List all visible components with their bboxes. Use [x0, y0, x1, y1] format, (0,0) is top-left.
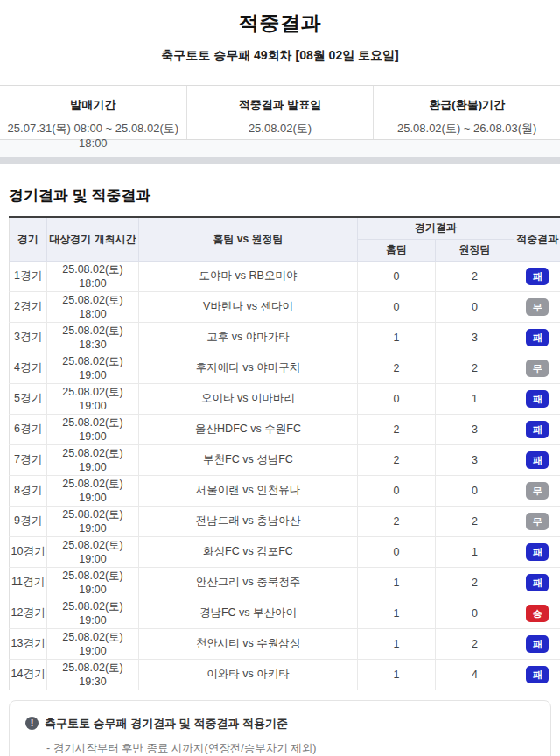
- hit-result-cell: 패: [514, 628, 560, 659]
- table-row: 8경기 25.08.02(토) 19:00 서울이랜 vs 인천유나 0 0 무: [10, 475, 560, 506]
- hit-result-badge: 무: [526, 360, 549, 377]
- hit-result-cell: 무: [514, 475, 560, 506]
- home-score: 0: [358, 475, 436, 506]
- away-score: 3: [436, 322, 514, 353]
- period-info-bar: 발매기간 25.07.31(목) 08:00 ~ 25.08.02(토) 18:…: [0, 85, 560, 140]
- home-score: 2: [358, 506, 436, 536]
- hit-result-badge: 패: [526, 635, 549, 653]
- table-header: 경기 대상경기 개최시간 홈팀 vs 원정팀 경기결과 적중결과 홈팀 원정팀: [10, 217, 560, 261]
- hit-result-cell: 패: [514, 261, 560, 291]
- table-row: 1경기 25.08.02(토) 18:00 도야마 vs RB오미야 0 2 패: [10, 261, 560, 291]
- hit-result-cell: 무: [514, 353, 560, 383]
- home-score: 1: [358, 322, 436, 353]
- match-number: 5경기: [10, 383, 47, 414]
- away-score: 1: [436, 536, 514, 567]
- match-teams: 화성FC vs 김포FC: [139, 536, 358, 567]
- hit-result-cell: 패: [514, 567, 560, 598]
- home-score: 2: [358, 414, 436, 444]
- hit-result-badge: 패: [526, 268, 549, 285]
- result-announce-date: 적중결과 발표일 25.08.02(토): [186, 86, 374, 139]
- match-number: 14경기: [10, 659, 47, 690]
- footer-note-box: ! 축구토토 승무패 경기결과 및 적중결과 적용기준 - 경기시작부터 후반 …: [9, 700, 551, 756]
- hit-result-cell: 패: [514, 536, 560, 567]
- match-teams: 울산HDFC vs 수원FC: [139, 414, 358, 444]
- match-time: 25.08.02(토) 19:30: [47, 659, 139, 690]
- col-header-time: 대상경기 개최시간: [47, 217, 139, 261]
- home-score: 2: [358, 353, 436, 383]
- away-score: 2: [436, 261, 514, 291]
- table-row: 7경기 25.08.02(토) 19:00 부천FC vs 성남FC 2 3 패: [10, 444, 560, 475]
- home-score: 1: [358, 659, 436, 690]
- match-number: 9경기: [10, 506, 47, 536]
- match-number: 2경기: [10, 291, 47, 322]
- sale-period: 발매기간 25.07.31(목) 08:00 ~ 25.08.02(토) 18:…: [0, 86, 186, 139]
- sale-period-label: 발매기간: [0, 97, 186, 113]
- match-teams: 후지에다 vs 야마구치: [139, 353, 358, 383]
- hit-result-cell: 패: [514, 659, 560, 690]
- col-header-result-group: 경기결과: [358, 217, 514, 239]
- hit-result-cell: 패: [514, 444, 560, 475]
- hit-result-badge: 패: [526, 666, 549, 683]
- home-score: 2: [358, 444, 436, 475]
- match-teams: 안산그리 vs 충북청주: [139, 567, 358, 598]
- match-time: 25.08.02(토) 19:00: [47, 383, 139, 414]
- refund-period-value: 25.08.02(토) ~ 26.08.03(월): [374, 121, 560, 136]
- hit-result-cell: 패: [514, 322, 560, 353]
- refund-period-label: 환급(환불)기간: [374, 97, 560, 113]
- hit-result-badge: 무: [526, 298, 549, 316]
- home-score: 0: [358, 291, 436, 322]
- hit-result-badge: 패: [526, 452, 549, 469]
- col-header-teams: 홈팀 vs 원정팀: [139, 217, 358, 261]
- table-row: 2경기 25.08.02(토) 18:00 V바렌나 vs 센다이 0 0 무: [10, 291, 560, 322]
- page-title: 적중결과: [0, 10, 560, 37]
- match-time: 25.08.02(토) 19:00: [47, 475, 139, 506]
- match-number: 7경기: [10, 444, 47, 475]
- footer-title-row: ! 축구토토 승무패 경기결과 및 적중결과 적용기준: [25, 716, 535, 732]
- match-time: 25.08.02(토) 19:00: [47, 444, 139, 475]
- sale-period-value: 25.07.31(목) 08:00 ~ 25.08.02(토) 18:00: [0, 121, 186, 150]
- hit-result-badge: 패: [526, 421, 549, 438]
- round-subtitle: 축구토토 승무패 49회차 [08월 02일 토요일]: [0, 48, 560, 64]
- table-body: 1경기 25.08.02(토) 18:00 도야마 vs RB오미야 0 2 패…: [10, 261, 560, 690]
- match-time: 25.08.02(토) 19:00: [47, 414, 139, 444]
- refund-period: 환급(환불)기간 25.08.02(토) ~ 26.08.03(월): [373, 86, 560, 139]
- away-score: 0: [436, 475, 514, 506]
- col-header-home: 홈팀: [358, 239, 436, 261]
- match-teams: 부천FC vs 성남FC: [139, 444, 358, 475]
- match-teams: V바렌나 vs 센다이: [139, 291, 358, 322]
- match-time: 25.08.02(토) 18:00: [47, 261, 139, 291]
- table-row: 11경기 25.08.02(토) 19:00 안산그리 vs 충북청주 1 2 …: [10, 567, 560, 598]
- match-number: 4경기: [10, 353, 47, 383]
- match-teams: 천안시티 vs 수원삼성: [139, 628, 358, 659]
- result-announce-value: 25.08.02(토): [187, 121, 374, 136]
- table-row: 12경기 25.08.02(토) 19:00 경남FC vs 부산아이 1 0 …: [10, 598, 560, 628]
- table-row: 10경기 25.08.02(토) 19:00 화성FC vs 김포FC 0 1 …: [10, 536, 560, 567]
- away-score: 2: [436, 353, 514, 383]
- match-number: 12경기: [10, 598, 47, 628]
- hit-result-badge: 패: [526, 329, 549, 346]
- col-header-hit: 적중결과: [514, 217, 560, 261]
- table-row: 14경기 25.08.02(토) 19:30 이와타 vs 아키타 1 4 패: [10, 659, 560, 690]
- match-time: 25.08.02(토) 19:00: [47, 506, 139, 536]
- match-time: 25.08.02(토) 18:00: [47, 291, 139, 322]
- hit-result-badge: 패: [526, 543, 549, 561]
- match-number: 1경기: [10, 261, 47, 291]
- home-score: 0: [358, 383, 436, 414]
- away-score: 0: [436, 598, 514, 628]
- match-number: 6경기: [10, 414, 47, 444]
- match-time: 25.08.02(토) 19:00: [47, 353, 139, 383]
- away-score: 2: [436, 628, 514, 659]
- table-row: 13경기 25.08.02(토) 19:00 천안시티 vs 수원삼성 1 2 …: [10, 628, 560, 659]
- result-announce-label: 적중결과 발표일: [187, 97, 374, 113]
- footer-note-title: 축구토토 승무패 경기결과 및 적중결과 적용기준: [45, 716, 288, 732]
- hit-result-badge: 패: [526, 390, 549, 408]
- col-header-away: 원정팀: [436, 239, 514, 261]
- table-row: 4경기 25.08.02(토) 19:00 후지에다 vs 야마구치 2 2 무: [10, 353, 560, 383]
- match-time: 25.08.02(토) 19:00: [47, 628, 139, 659]
- hit-result-cell: 패: [514, 414, 560, 444]
- away-score: 3: [436, 414, 514, 444]
- match-results-table: 경기 대상경기 개최시간 홈팀 vs 원정팀 경기결과 적중결과 홈팀 원정팀 …: [9, 216, 560, 690]
- home-score: 1: [358, 567, 436, 598]
- hit-result-badge: 무: [526, 482, 549, 500]
- away-score: 2: [436, 567, 514, 598]
